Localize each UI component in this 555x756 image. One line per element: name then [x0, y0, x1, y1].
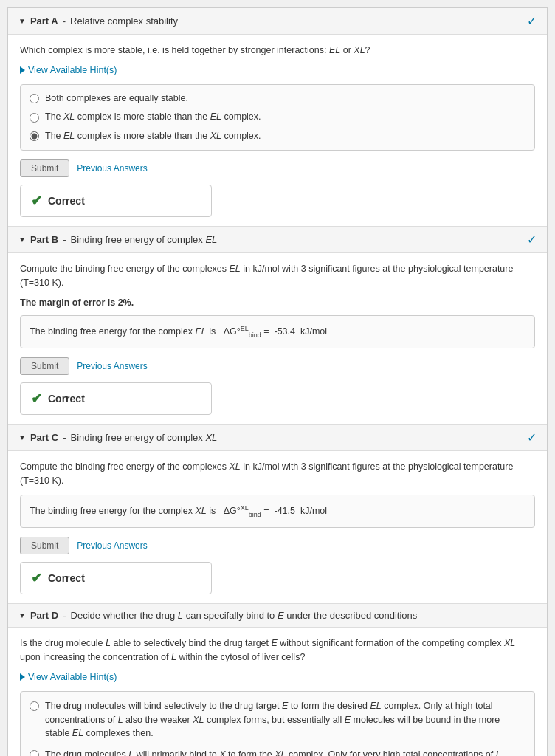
- part-c-header: ▼ Part C - Binding free energy of comple…: [8, 425, 547, 451]
- part-d-hint-label: View Available Hint(s): [28, 672, 117, 682]
- part-b-action-row: Submit Previous Answers: [20, 357, 535, 375]
- part-d-dash: -: [63, 610, 66, 621]
- part-b-correct-label: Correct: [48, 393, 85, 405]
- part-c-formula-text: The binding free energy for the complex …: [30, 506, 327, 516]
- part-a-section: ▼ Part A - Relative complex stability ✓ …: [8, 8, 547, 227]
- part-a-title: Relative complex stability: [70, 16, 178, 27]
- part-b-label: Part B: [30, 234, 58, 245]
- part-d-option-2-label: The drug molecules L will primarily bind…: [45, 748, 525, 756]
- part-a-chevron-icon[interactable]: ▼: [18, 17, 26, 25]
- part-b-title: Binding free energy of complex EL: [71, 234, 218, 245]
- part-a-header: ▼ Part A - Relative complex stability ✓: [8, 8, 547, 35]
- part-c-correct-check-icon: ✔: [31, 570, 42, 586]
- part-c-section: ▼ Part C - Binding free energy of comple…: [8, 425, 547, 605]
- part-d-title: Decide whether the drug L can specifally…: [71, 610, 418, 621]
- part-a-hint-label: View Available Hint(s): [28, 65, 117, 75]
- hint-triangle-icon: [20, 66, 25, 74]
- part-c-question: Compute the binding free energy of the c…: [20, 460, 535, 488]
- part-a-submit-button[interactable]: Submit: [20, 159, 69, 177]
- part-d-question: Is the drug molecule L able to selective…: [20, 636, 535, 664]
- part-a-prev-answers-link[interactable]: Previous Answers: [77, 163, 147, 173]
- part-a-radio-2[interactable]: [30, 113, 39, 123]
- part-a-action-row: Submit Previous Answers: [20, 159, 535, 177]
- part-b-correct-box: ✔ Correct: [20, 382, 212, 415]
- part-a-radio-1[interactable]: [30, 94, 39, 103]
- page-container: ▼ Part A - Relative complex stability ✓ …: [7, 7, 548, 756]
- part-a-option-2: The XL complex is more stable than the E…: [30, 111, 525, 124]
- part-d-section: ▼ Part D - Decide whether the drug L can…: [8, 604, 547, 756]
- part-d-body: Is the drug molecule L able to selective…: [8, 628, 547, 756]
- part-a-dash: -: [63, 16, 66, 27]
- part-a-option-1: Both complexes are equally stable.: [30, 92, 525, 106]
- part-a-hint-link[interactable]: View Available Hint(s): [20, 65, 117, 75]
- part-c-correct-label: Correct: [48, 572, 85, 584]
- part-c-prev-answers-link[interactable]: Previous Answers: [77, 540, 147, 551]
- part-c-correct-icon: ✓: [527, 430, 537, 444]
- part-c-chevron-icon[interactable]: ▼: [18, 433, 26, 441]
- part-b-section: ▼ Part B - Binding free energy of comple…: [8, 227, 547, 425]
- part-a-question: Which complex is more stable, i.e. is he…: [20, 44, 535, 58]
- part-c-formula-box: The binding free energy for the complex …: [20, 495, 535, 528]
- part-a-correct-check-icon: ✔: [31, 193, 42, 209]
- hint-triangle-d-icon: [20, 673, 25, 681]
- part-a-option-3-label: The EL complex is more stable than the X…: [45, 130, 261, 143]
- part-c-title: Binding free energy of complex XL: [71, 432, 218, 443]
- part-d-radio-1[interactable]: [30, 701, 39, 711]
- part-d-option-2: The drug molecules L will primarily bind…: [30, 748, 525, 756]
- part-c-body: Compute the binding free energy of the c…: [8, 451, 547, 604]
- part-b-dash: -: [63, 234, 66, 245]
- part-b-formula-text: The binding free energy for the complex …: [30, 326, 327, 337]
- part-c-dash: -: [63, 432, 66, 443]
- part-a-correct-box: ✔ Correct: [20, 185, 212, 217]
- part-b-body: Compute the binding free energy of the c…: [8, 253, 547, 424]
- part-a-correct-label: Correct: [48, 195, 85, 207]
- part-d-label: Part D: [30, 610, 58, 621]
- part-c-label: Part C: [30, 432, 58, 443]
- part-b-margin-note: The margin of error is 2%.: [20, 298, 535, 308]
- part-c-action-row: Submit Previous Answers: [20, 537, 535, 554]
- part-b-question: Compute the binding free energy of the c…: [20, 262, 535, 290]
- part-a-label: Part A: [30, 16, 58, 27]
- part-d-radio-2[interactable]: [30, 750, 39, 756]
- part-d-option-1-label: The drug molecules will bind selectively…: [45, 699, 525, 740]
- part-a-option-1-label: Both complexes are equally stable.: [45, 92, 188, 106]
- part-b-correct-check-icon: ✔: [31, 391, 42, 407]
- part-a-radio-3[interactable]: [30, 131, 39, 141]
- part-a-correct-icon: ✓: [527, 14, 537, 28]
- part-d-chevron-icon[interactable]: ▼: [18, 611, 26, 619]
- part-b-correct-icon: ✓: [527, 233, 537, 247]
- part-a-option-2-label: The XL complex is more stable than the E…: [45, 111, 261, 124]
- part-d-radio-box: The drug molecules will bind selectively…: [20, 691, 535, 756]
- part-b-formula-box: The binding free energy for the complex …: [20, 315, 535, 348]
- part-a-option-3: The EL complex is more stable than the X…: [30, 130, 525, 143]
- part-b-prev-answers-link[interactable]: Previous Answers: [77, 361, 147, 371]
- part-d-hint-link[interactable]: View Available Hint(s): [20, 672, 117, 682]
- part-d-header: ▼ Part D - Decide whether the drug L can…: [8, 604, 547, 628]
- part-b-submit-button[interactable]: Submit: [20, 357, 69, 375]
- part-c-submit-button[interactable]: Submit: [20, 537, 69, 554]
- part-b-header: ▼ Part B - Binding free energy of comple…: [8, 227, 547, 253]
- part-d-option-1: The drug molecules will bind selectively…: [30, 699, 525, 740]
- part-a-radio-box: Both complexes are equally stable. The X…: [20, 84, 535, 151]
- part-a-body: Which complex is more stable, i.e. is he…: [8, 35, 547, 226]
- part-c-correct-box: ✔ Correct: [20, 562, 212, 594]
- part-b-chevron-icon[interactable]: ▼: [18, 236, 26, 244]
